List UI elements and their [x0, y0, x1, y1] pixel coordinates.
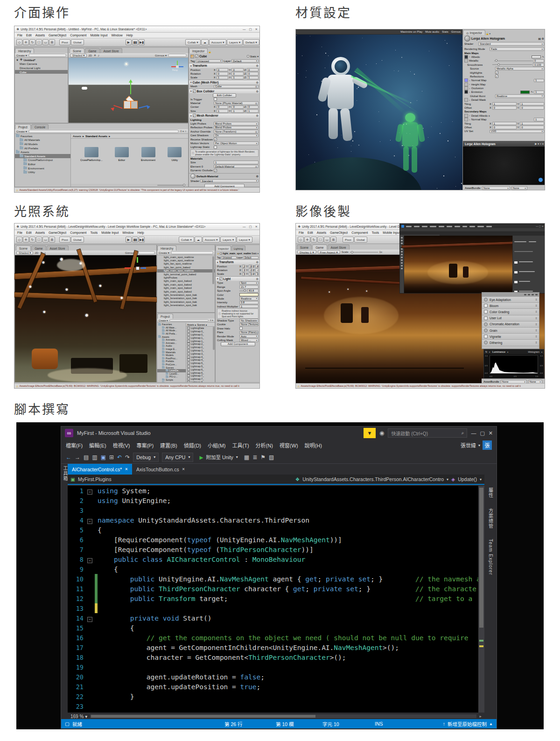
value-field[interactable]: 1	[247, 76, 259, 80]
ps-document-tab[interactable]	[400, 232, 545, 236]
postfx-effect-row[interactable]: Grain ≡	[482, 328, 539, 334]
dropdown-field[interactable]: Realtime▾	[239, 297, 259, 301]
global-toggle[interactable]: Global	[71, 39, 84, 45]
file-item[interactable]: Lightmap-7_	[186, 374, 213, 377]
hierarchy-item[interactable]: light_fenestration_spot_bak	[157, 300, 215, 303]
value-field[interactable]: 1	[520, 122, 544, 126]
postfx-effect-row[interactable]: Dithering ≡	[482, 340, 539, 346]
object-field[interactable]: None (Transform)◎	[214, 130, 259, 133]
slider[interactable]	[492, 64, 532, 65]
console-status-bar[interactable]: ⚠Assets/Image Effects/PostEffectsBase.js…	[296, 383, 545, 388]
project-tree-item[interactable]: All Prefabs	[15, 146, 70, 150]
pivot-toggle[interactable]: Pivot	[59, 237, 70, 243]
texture-thumbnail[interactable]	[464, 55, 468, 59]
drag-handle-icon[interactable]: ≡	[535, 317, 537, 320]
drag-handle-icon[interactable]: ≡	[535, 335, 537, 338]
project-tree-item[interactable]: Favorites	[15, 134, 70, 138]
vs-maximize-button[interactable]: ▢	[480, 430, 484, 436]
vs-menu-item[interactable]: 視窗(W)	[280, 441, 298, 449]
active-checkbox[interactable]: ✓	[220, 252, 222, 255]
title-bar[interactable]: ❖ Unity 2017.4.5f1 Personal (64bit) - Le…	[14, 224, 259, 230]
document-tab[interactable]: AxisTouchButton.cs✕	[132, 464, 189, 475]
postfx-effect-row[interactable]: Chromatic Aberration ≡	[482, 322, 539, 328]
scrollbar[interactable]	[213, 327, 215, 350]
game-toolbar-item[interactable]: Stats	[442, 30, 448, 33]
gear-icon[interactable]: ⚙	[256, 175, 259, 178]
gear-icon[interactable]: ⚙	[256, 90, 259, 93]
effect-checkbox[interactable]	[484, 329, 488, 332]
file-item[interactable]: Lightmap-4_	[186, 358, 213, 362]
value-field[interactable]: 1	[492, 122, 517, 126]
texture-thumbnail[interactable]	[464, 98, 468, 102]
tool-button[interactable]: ▭	[324, 237, 330, 243]
material-preview[interactable]	[463, 147, 545, 185]
file-item[interactable]: Lightmap-5_	[186, 365, 213, 368]
dropdown-field[interactable]: Auto▾	[239, 335, 259, 338]
color-swatch[interactable]	[532, 56, 541, 59]
hierarchy-item[interactable]: lightProbes	[157, 276, 215, 279]
pause-button[interactable]: ▮▮	[132, 39, 138, 45]
value-field[interactable]: 0	[520, 126, 544, 129]
vs-menu-item[interactable]: 建置(B)	[160, 441, 177, 449]
tag-dropdown[interactable]: Untagged	[221, 256, 237, 259]
hierarchy-item[interactable]: light_main_spot_realtime	[157, 259, 215, 262]
menu-item[interactable]: Component	[70, 231, 86, 234]
scene-view-tab[interactable]: Game	[31, 245, 46, 251]
drag-handle-icon[interactable]: ≡	[535, 298, 537, 301]
menu-item[interactable]: Help	[126, 34, 133, 37]
layout-dropdown[interactable]: Default ▾	[243, 39, 259, 45]
menu-item[interactable]: File	[299, 231, 304, 234]
ps-toolbar[interactable]	[400, 236, 404, 293]
gizmos-dropdown[interactable]: Gizmos ▾	[155, 54, 167, 57]
dropdown-field[interactable]: Metallic Alpha▾	[495, 67, 544, 70]
create-dropdown[interactable]: Create ▾	[16, 130, 27, 133]
help-gear-icons[interactable]: ▤ ⚙	[538, 37, 544, 40]
scene-view-tab[interactable]: Scene	[16, 245, 31, 251]
create-dropdown[interactable]: Create ▾	[159, 251, 169, 254]
debug-config-dropdown[interactable]: Debug▾	[133, 453, 159, 462]
postfx-effect-row[interactable]: User Lut ≡	[482, 315, 539, 322]
project-tree-item[interactable]: Prefabs	[157, 360, 186, 363]
static-dropdown[interactable]: Static ▾	[252, 252, 259, 255]
file-item[interactable]: Lightmap-0_	[186, 330, 213, 333]
tab-close-icon[interactable]: ✕	[182, 467, 185, 471]
vs-menu-item[interactable]: 專案(P)	[136, 441, 154, 449]
platform-dropdown[interactable]: Any CPU▾	[162, 453, 193, 462]
value-field[interactable]: 1	[255, 273, 259, 276]
layer-dropdown[interactable]: Default▾	[231, 59, 259, 63]
project-tree-item[interactable]: All Materials	[15, 138, 70, 142]
cloud-button[interactable]: ☁	[201, 39, 209, 45]
component-enabled-checkbox[interactable]: ✓	[193, 90, 196, 93]
thumbnail-size-slider[interactable]	[157, 185, 185, 186]
value-field[interactable]: -40.295	[255, 268, 259, 272]
game-toolbar-item[interactable]: Maximize on Play	[400, 30, 422, 33]
hierarchy-item[interactable]: light_main_spot_baked	[157, 280, 215, 283]
ps-title-bar[interactable]: — ▢ ✕	[400, 224, 545, 228]
file-item[interactable]: LightingData	[186, 327, 213, 330]
console-status-bar[interactable]: ⚠Assets/Image Effects/PostEffectsBase.js…	[14, 383, 259, 388]
view-tab[interactable]: Asset Store	[328, 245, 350, 250]
pause-button[interactable]: ▮▮	[132, 237, 138, 243]
new-file-icon[interactable]: ▤	[84, 454, 89, 461]
fold-toggle[interactable]: -	[87, 558, 92, 563]
close-button[interactable]: ✕	[255, 28, 258, 31]
class-dropdown[interactable]: UnityStandardAssets.Characters.ThirdPers…	[302, 476, 444, 482]
redo-icon[interactable]: ↷	[125, 454, 130, 461]
add-to-source-control-button[interactable]: ↑ 新增至原始檔控制 ▲	[443, 720, 493, 727]
dropdown-field[interactable]: On▾	[214, 134, 259, 138]
vs-menu-item[interactable]: 偵錯(D)	[184, 441, 201, 449]
gameobject-name[interactable]: light_main_spot_realtm	[223, 252, 251, 255]
pivot-toggle[interactable]: Pivot	[343, 237, 354, 243]
project-tree-item[interactable]: Assets	[157, 335, 186, 338]
file-item[interactable]: Lightmap-3_	[186, 352, 213, 355]
value-field[interactable]: 0	[217, 68, 228, 72]
fold-toggle[interactable]: -	[87, 519, 92, 524]
project-tree-item[interactable]: Materials	[157, 350, 186, 354]
drag-handle-icon[interactable]: ≡	[535, 310, 537, 313]
feedback-icon[interactable]: ◉	[379, 430, 384, 436]
orientation-gizmo[interactable]: Persp	[171, 61, 183, 73]
project-tree-item[interactable]: Utility	[15, 170, 70, 174]
layers-dropdown[interactable]: Layers ▾	[227, 39, 243, 45]
hierarchy-item[interactable]: light_main_spot_realtime	[157, 269, 215, 273]
file-item[interactable]: Lightmap-5_	[186, 362, 213, 365]
